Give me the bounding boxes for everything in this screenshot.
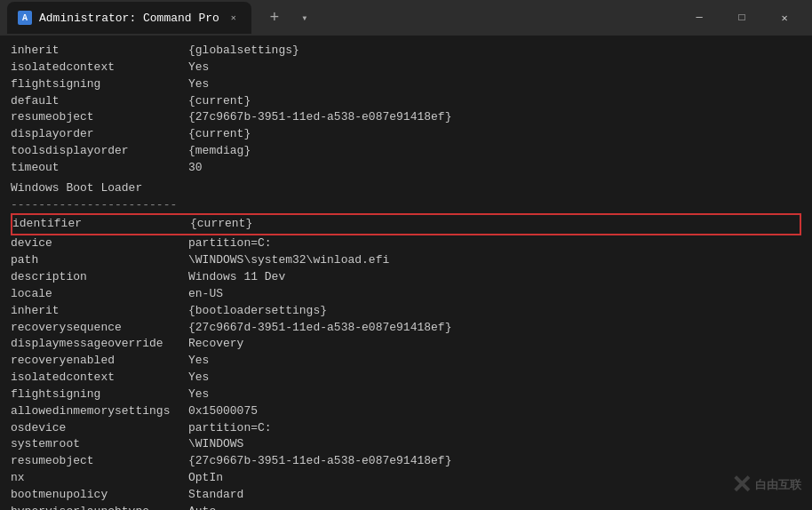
line-key: resumeobject	[11, 109, 188, 126]
line-value: {current}	[188, 126, 251, 143]
line-value: 0x15000075	[188, 403, 258, 420]
line-key: allowedinmemorysettings	[11, 403, 188, 420]
line-key: toolsdisplayorder	[11, 143, 188, 160]
highlighted-identifier-row: identifier {current}	[11, 213, 801, 235]
line-value: 30	[188, 160, 203, 177]
terminal-line: path\WINDOWS\system32\winload.efi	[11, 252, 801, 269]
line-value: \WINDOWS\system32\winload.efi	[188, 252, 389, 269]
watermark-text: 白由互联	[755, 478, 801, 492]
line-value: partition=C:	[188, 235, 272, 252]
titlebar-left: A Administrator: Command Pro ✕ + ▾	[7, 0, 679, 36]
terminal-line: default{current}	[11, 93, 801, 110]
terminal-line: inherit{bootloadersettings}	[11, 303, 801, 320]
line-value: OptIn	[188, 470, 223, 487]
line-key: inherit	[11, 43, 188, 60]
line-key: displaymessageoverride	[11, 336, 188, 353]
line-value: {27c9667b-3951-11ed-a538-e087e91418ef}	[188, 109, 451, 126]
terminal-line: recoverysequence{27c9667d-3951-11ed-a538…	[11, 320, 801, 337]
line-value: en-US	[188, 286, 223, 303]
line-value: Yes	[188, 386, 209, 403]
separator: ------------------------	[11, 197, 801, 214]
line-value: {memdiag}	[188, 143, 251, 160]
line-value: Auto	[188, 504, 216, 510]
line-value: {globalsettings}	[188, 43, 299, 60]
active-tab[interactable]: A Administrator: Command Pro ✕	[7, 2, 251, 34]
identifier-value: {current}	[190, 216, 252, 233]
line-value: {27c9667d-3951-11ed-a538-e087e91418ef}	[188, 320, 451, 337]
terminal-line: systemroot\WINDOWS	[11, 436, 801, 453]
terminal-lines-top: inherit{globalsettings}isolatedcontextYe…	[11, 43, 801, 177]
line-value: partition=C:	[188, 420, 272, 437]
titlebar: A Administrator: Command Pro ✕ + ▾ ─ □ ✕	[0, 0, 812, 36]
line-key: path	[11, 252, 188, 269]
terminal-line: inherit{globalsettings}	[11, 43, 801, 60]
watermark-symbol: ✕	[731, 470, 752, 499]
line-key: systemroot	[11, 436, 188, 453]
terminal-lines-bottom: devicepartition=C:path\WINDOWS\system32\…	[11, 235, 801, 510]
minimize-button[interactable]: ─	[679, 4, 720, 32]
terminal-line: nxOptIn	[11, 470, 801, 487]
terminal-line: displaymessageoverrideRecovery	[11, 336, 801, 353]
terminal-line: allowedinmemorysettings0x15000075	[11, 403, 801, 420]
line-value: {current}	[188, 93, 251, 110]
line-value: Standard	[188, 487, 243, 504]
terminal-line: recoveryenabledYes	[11, 353, 801, 370]
line-key: nx	[11, 470, 188, 487]
terminal-line: toolsdisplayorder{memdiag}	[11, 143, 801, 160]
identifier-key: identifier	[12, 216, 190, 233]
line-value: Yes	[188, 60, 209, 76]
terminal-line: isolatedcontextYes	[11, 370, 801, 386]
line-key: default	[11, 93, 188, 110]
watermark: ✕ 白由互联	[731, 470, 801, 499]
line-key: flightsigning	[11, 76, 188, 93]
tab-dropdown-button[interactable]: ▾	[294, 7, 315, 28]
line-value: {27c9667b-3951-11ed-a538-e087e91418ef}	[188, 453, 451, 470]
line-key: recoverysequence	[11, 320, 188, 337]
close-button[interactable]: ✕	[764, 4, 805, 32]
terminal-content: inherit{globalsettings}isolatedcontextYe…	[0, 36, 812, 510]
line-value: {bootloadersettings}	[188, 303, 327, 320]
terminal-line: timeout30	[11, 160, 801, 177]
tab-label: Administrator: Command Pro	[39, 12, 219, 25]
line-key: description	[11, 269, 188, 286]
tab-close-button[interactable]: ✕	[227, 11, 241, 25]
terminal-line: localeen-US	[11, 286, 801, 303]
line-value: \WINDOWS	[188, 436, 243, 453]
tab-group: A Administrator: Command Pro ✕	[7, 0, 251, 36]
line-key: resumeobject	[11, 453, 188, 470]
terminal-line: hypervisorlaunchtypeAuto	[11, 504, 801, 510]
line-value: Windows 11 Dev	[188, 269, 285, 286]
line-value: Yes	[188, 370, 209, 386]
line-key: osdevice	[11, 420, 188, 437]
line-value: Yes	[188, 76, 209, 93]
terminal-line: osdevicepartition=C:	[11, 420, 801, 437]
terminal-line: devicepartition=C:	[11, 235, 801, 252]
line-value: Yes	[188, 353, 209, 370]
terminal-line: displayorder{current}	[11, 126, 801, 143]
line-value: Recovery	[188, 336, 243, 353]
line-key: isolatedcontext	[11, 60, 188, 76]
section-header: Windows Boot Loader	[11, 180, 801, 197]
maximize-button[interactable]: □	[721, 4, 762, 32]
line-key: device	[11, 235, 188, 252]
terminal-line: resumeobject{27c9667b-3951-11ed-a538-e08…	[11, 453, 801, 470]
terminal-line: isolatedcontextYes	[11, 60, 801, 76]
line-key: displayorder	[11, 126, 188, 143]
line-key: inherit	[11, 303, 188, 320]
line-key: flightsigning	[11, 386, 188, 403]
line-key: isolatedcontext	[11, 370, 188, 386]
terminal-line: descriptionWindows 11 Dev	[11, 269, 801, 286]
window-controls: ─ □ ✕	[679, 4, 805, 32]
terminal-line: flightsigningYes	[11, 76, 801, 93]
line-key: locale	[11, 286, 188, 303]
terminal-line: resumeobject{27c9667b-3951-11ed-a538-e08…	[11, 109, 801, 126]
terminal-line: bootmenupolicyStandard	[11, 487, 801, 504]
line-key: hypervisorlaunchtype	[11, 504, 188, 510]
line-key: timeout	[11, 160, 188, 177]
terminal-line: flightsigningYes	[11, 386, 801, 403]
tab-icon: A	[18, 11, 32, 25]
line-key: recoveryenabled	[11, 353, 188, 370]
new-tab-button[interactable]: +	[262, 5, 287, 30]
line-key: bootmenupolicy	[11, 487, 188, 504]
